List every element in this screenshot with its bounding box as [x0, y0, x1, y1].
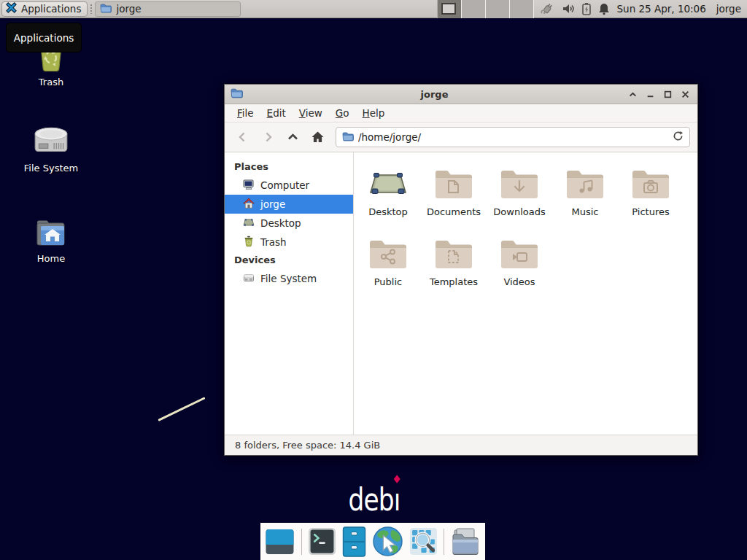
web-browser-icon[interactable]: [372, 526, 403, 557]
workspace-pager[interactable]: [437, 0, 534, 18]
workspace-window-thumb: [441, 3, 456, 15]
up-button[interactable]: [282, 127, 303, 147]
trash-icon: [243, 236, 255, 249]
menu-view[interactable]: View: [293, 107, 329, 119]
taskbar-window-button[interactable]: jorge: [95, 1, 241, 17]
desktop-icon-home[interactable]: Home: [13, 213, 89, 264]
folder-item-videos[interactable]: Videos: [487, 233, 552, 303]
stray-line-artifact: [158, 397, 205, 421]
desktop-icon-file-system[interactable]: File System: [13, 122, 89, 174]
folder-grid: Desktop Documents Downloads: [354, 152, 697, 435]
path-input[interactable]: [358, 131, 668, 143]
folder-templates-icon: [435, 233, 473, 275]
shade-button[interactable]: [626, 88, 639, 101]
menu-edit[interactable]: Edit: [260, 107, 293, 119]
applications-menu-button[interactable]: Applications: [1, 1, 88, 17]
top-panel: Applications jorge: [0, 0, 747, 18]
directory-menu-icon[interactable]: [450, 527, 481, 556]
folder-item-documents[interactable]: Documents: [421, 163, 487, 233]
workspace-1[interactable]: [438, 0, 462, 18]
dock-panel: [260, 523, 485, 560]
folder-item-templates[interactable]: Templates: [421, 233, 487, 303]
menu-file[interactable]: File: [231, 107, 260, 119]
computer-icon: [243, 179, 255, 192]
desktop-icon-label: File System: [24, 163, 78, 174]
workspace-3[interactable]: [486, 0, 510, 18]
panel-clock[interactable]: Sun 25 Apr, 10:06: [617, 3, 706, 15]
maximize-button[interactable]: [661, 88, 674, 101]
statusbar-text: 8 folders, Free space: 14.4 GiB: [235, 440, 380, 451]
system-tray: [540, 2, 610, 15]
home-icon: [243, 198, 255, 211]
folder-videos-icon: [500, 233, 538, 275]
sidebar-item-computer[interactable]: Computer: [225, 176, 353, 195]
dock-separator: [444, 529, 444, 555]
folder-item-music[interactable]: Music: [552, 163, 618, 233]
menu-go[interactable]: Go: [329, 107, 356, 119]
show-desktop-icon[interactable]: [264, 527, 295, 556]
folder-music-icon: [566, 163, 604, 205]
desktop-icon-label: Trash: [39, 77, 63, 88]
file-manager-window: jorge File Edit View Go Help: [224, 84, 698, 456]
folder-item-public[interactable]: Public: [355, 233, 421, 303]
home-button[interactable]: [306, 127, 328, 147]
folder-public-icon: [369, 233, 407, 275]
sidebar: Places Computer jorge Desktop Trash: [225, 152, 354, 435]
folder-item-pictures[interactable]: Pictures: [618, 163, 684, 233]
application-finder-icon[interactable]: [409, 527, 438, 556]
folder-item-downloads[interactable]: Downloads: [487, 163, 552, 233]
folder-icon: [100, 3, 112, 15]
reload-icon[interactable]: [673, 131, 684, 144]
tooltip-text: Applications: [14, 32, 74, 44]
sidebar-item-desktop[interactable]: Desktop: [225, 214, 353, 233]
sidebar-item-trash[interactable]: Trash: [225, 233, 353, 252]
desktop-icon: [369, 163, 407, 205]
desktop: Applications jorge: [0, 0, 747, 560]
wordmark-i: ı: [394, 481, 400, 518]
audio-volume-icon[interactable]: [562, 2, 575, 15]
location-bar[interactable]: [336, 127, 690, 147]
back-button[interactable]: [232, 127, 254, 147]
sidebar-item-file-system[interactable]: File System: [225, 269, 353, 288]
dock-separator: [301, 529, 302, 555]
desktop-icon: [243, 217, 255, 230]
file-cabinet-icon[interactable]: [342, 526, 366, 557]
panel-handle[interactable]: [90, 4, 93, 14]
folder-item-desktop[interactable]: Desktop: [355, 163, 421, 233]
window-icon: [231, 88, 243, 101]
applications-menu-label: Applications: [21, 3, 81, 15]
battery-charging-icon[interactable]: [581, 2, 592, 15]
taskbar-window-label: jorge: [116, 3, 141, 15]
forward-button[interactable]: [257, 127, 279, 147]
folder-icon: [342, 131, 354, 144]
hard-drive-icon: [32, 122, 70, 159]
sidebar-header-places: Places: [225, 158, 353, 176]
applications-tooltip: Applications: [6, 23, 82, 52]
power-cord-icon[interactable]: [540, 2, 555, 15]
menu-help[interactable]: Help: [356, 107, 392, 119]
titlebar[interactable]: jorge: [225, 85, 697, 104]
sidebar-header-devices: Devices: [225, 252, 353, 269]
applications-menu-icon: [5, 1, 18, 16]
wordmark-text: deb: [348, 481, 393, 518]
home-folder-icon: [33, 213, 69, 249]
folder-pictures-icon: [632, 163, 670, 205]
workspace-4[interactable]: [510, 0, 534, 18]
workspace-2[interactable]: [462, 0, 486, 18]
window-title: jorge: [243, 89, 626, 100]
folder-documents-icon: [435, 163, 473, 205]
menubar: File Edit View Go Help: [225, 104, 697, 122]
panel-username[interactable]: jorge: [716, 3, 741, 15]
toolbar: [225, 122, 697, 152]
desktop-icon-label: Home: [37, 253, 65, 264]
close-button[interactable]: [678, 88, 692, 101]
hard-drive-icon: [243, 272, 255, 286]
minimize-button[interactable]: [643, 88, 657, 101]
terminal-icon[interactable]: [308, 527, 336, 556]
notification-bell-icon[interactable]: [598, 2, 610, 15]
sidebar-item-jorge[interactable]: jorge: [225, 195, 353, 214]
folder-downloads-icon: [500, 163, 538, 205]
statusbar: 8 folders, Free space: 14.4 GiB: [225, 435, 697, 455]
